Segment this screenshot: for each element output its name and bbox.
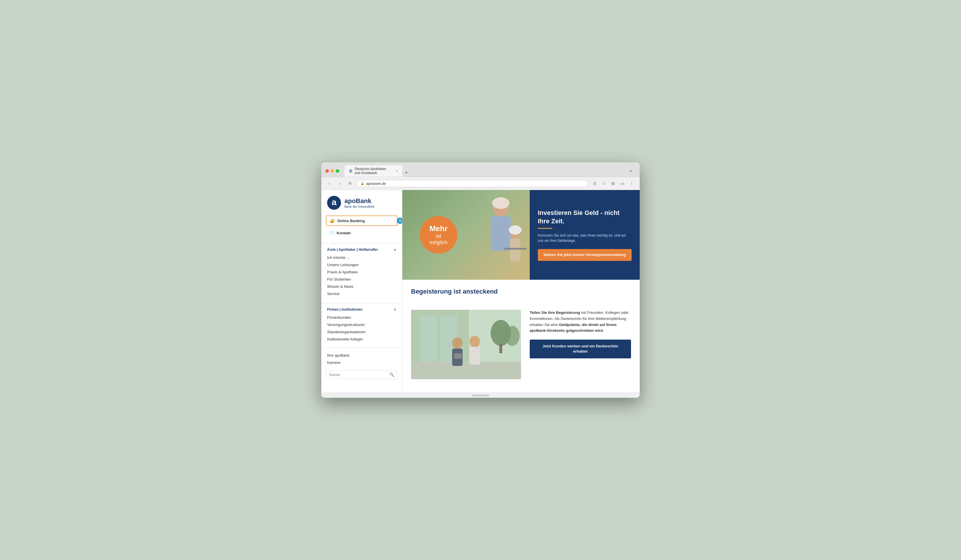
menu-button[interactable]: ⋮ [628, 179, 636, 188]
tab-favicon: 🏦 [349, 169, 353, 173]
new-tab-button[interactable]: + [402, 168, 410, 177]
begeisterung-people-svg [411, 310, 521, 379]
svg-rect-6 [510, 239, 521, 262]
close-button[interactable] [325, 169, 329, 173]
svg-rect-8 [504, 248, 527, 250]
sidebar-item-firmenkunden[interactable]: Firmenkunden [321, 314, 402, 321]
hero-circle-text2: möglich [429, 239, 447, 246]
hero-circle-bold: Mehr [429, 224, 447, 233]
sidebar-item-versorgungsstrukturen[interactable]: Versorgungsstrukturen [321, 321, 402, 328]
begeisterung-section: Teilen Sie Ihre Begeisterung mit Freunde… [402, 301, 640, 388]
sidebar-item-karriere[interactable]: Karriere [321, 359, 402, 366]
bookmark-button[interactable]: ☆ [600, 179, 608, 188]
sidebar: a apoBank Bank der Gesundheit 🔐 Online B… [321, 190, 402, 393]
search-icon[interactable]: 🔍 [389, 372, 394, 377]
sidebar-item-praxis-apotheke[interactable]: Praxis & Apotheke [321, 268, 402, 276]
logo-subtitle: Bank der Gesundheit [344, 205, 374, 208]
browser-content: a apoBank Bank der Gesundheit 🔐 Online B… [321, 190, 640, 393]
active-tab[interactable]: 🏦 Deutsche Apotheker- und Ärztebank × [344, 165, 402, 177]
tab-close-button[interactable]: × [395, 169, 398, 173]
svg-point-14 [452, 337, 463, 349]
svg-rect-17 [469, 347, 480, 365]
minimize-button[interactable] [331, 169, 334, 173]
sidebar-item-fuer-studenten[interactable]: Für Studenten [321, 276, 402, 283]
main-content: Mehr ist möglich [402, 190, 640, 393]
apobank-logo-icon: a [327, 196, 341, 210]
svg-rect-4 [491, 216, 511, 251]
back-button[interactable]: ‹ [325, 179, 333, 188]
forward-button[interactable]: › [336, 179, 344, 188]
sidebar-toggle-button[interactable]: ▭ [618, 179, 627, 188]
browser-titlebar: 🏦 Deutsche Apotheker- und Ärztebank × + … [321, 162, 640, 177]
sidebar-item-ich-moechte[interactable]: Ich möchte ... [321, 254, 402, 261]
chevron-up-icon-aerzte: ∧ [394, 248, 396, 252]
sidebar-section-aerzte: Ärzte | Apotheker | Heilberufler ∧ Ich m… [321, 243, 402, 297]
envelope-icon: ✉️ [329, 231, 334, 235]
hero-circle: Mehr ist möglich [420, 216, 457, 254]
svg-point-21 [505, 326, 519, 346]
begeisterung-title: Begeisterung ist ansteckend [411, 288, 631, 295]
section-title-aerzte: Ärzte | Apotheker | Heilberufler [327, 248, 378, 252]
sidebar-item-standesorganisationen[interactable]: Standesorganisationen [321, 328, 402, 335]
sidebar-section-firmen: Firmen | Institutionen ∧ Firmenkunden Ve… [321, 303, 402, 343]
search-input[interactable] [329, 372, 387, 377]
svg-rect-20 [499, 345, 502, 353]
browser-tabs: 🏦 Deutsche Apotheker- und Ärztebank × + [344, 165, 627, 177]
hero-blue-box: Investieren Sie Geld - nicht Ihre Zeit. … [530, 190, 640, 280]
chevron-up-icon-firmen: ∧ [394, 308, 396, 311]
toolbar-actions: ⎙ ☆ ⧉ ▭ ⋮ [590, 179, 636, 188]
window-scrollbar [321, 393, 640, 398]
svg-point-7 [509, 225, 522, 234]
logo-text: apoBank Bank der Gesundheit [344, 197, 374, 208]
referral-cta-button[interactable]: Jetzt Kunden werben und ein Dankeschön e… [530, 340, 631, 358]
begeisterung-image [411, 310, 521, 379]
hero-section: Mehr ist möglich [402, 190, 640, 280]
logo-name: apoBank [344, 197, 374, 205]
begeisterung-text-area: Teilen Sie Ihre Begeisterung mit Freunde… [530, 310, 631, 379]
scroll-indicator [472, 395, 489, 396]
svg-rect-11 [420, 316, 437, 367]
url-text: apobank.de [366, 181, 386, 186]
kontakt-button[interactable]: ✉️ Kontakt [326, 228, 397, 237]
begeisterung-paragraph: Teilen Sie Ihre Begeisterung mit Freunde… [530, 310, 631, 334]
sidebar-item-institutionelle-anleger[interactable]: Institutionelle Anleger [321, 335, 402, 343]
hero-heading: Investieren Sie Geld - nicht Ihre Zeit. [538, 209, 632, 225]
sidebar-item-service[interactable]: Service [321, 290, 402, 297]
sidebar-item-unsere-leistungen[interactable]: Unsere Leistungen [321, 261, 402, 268]
reload-button[interactable]: ↻ [346, 179, 354, 188]
begeisterung-wrapper: Begeisterung ist ansteckend [402, 280, 640, 393]
svg-text:a: a [332, 197, 337, 207]
browser-window: 🏦 Deutsche Apotheker- und Ärztebank × + … [321, 162, 640, 398]
lock-person-icon: 🔐 [330, 218, 335, 223]
address-bar[interactable]: 🔒 apobank.de [357, 180, 588, 187]
traffic-lights [325, 169, 339, 173]
hero-circle-text: ist [436, 233, 441, 239]
section-title-firmen: Firmen | Institutionen [327, 308, 362, 311]
hero-divider [538, 228, 552, 229]
online-banking-label: Online Banking [337, 219, 365, 223]
sidebar-search[interactable]: 🔍 [326, 370, 397, 379]
section-header-firmen[interactable]: Firmen | Institutionen ∧ [321, 308, 402, 314]
sidebar-item-wissen-news[interactable]: Wissen & News [321, 283, 402, 290]
section-header-aerzte[interactable]: Ärzte | Apotheker | Heilberufler ∧ [321, 248, 402, 254]
share-button[interactable]: ⎙ [590, 179, 599, 188]
sidebar-standalone: Ihre apoBank Karriere [321, 347, 402, 366]
maximize-button[interactable] [336, 169, 339, 173]
svg-rect-18 [454, 353, 462, 359]
svg-point-16 [469, 336, 480, 347]
lock-icon: 🔒 [360, 182, 365, 185]
notification-badge: 1 [397, 218, 402, 224]
begeisterung-bold1: Teilen Sie Ihre Begeisterung [530, 310, 580, 315]
hero-body: Kümmern Sie sich um das, was Ihnen wicht… [538, 233, 632, 243]
tab-title: Deutsche Apotheker- und Ärztebank [355, 167, 394, 175]
logo-area: a apoBank Bank der Gesundheit [321, 196, 402, 215]
svg-point-3 [492, 197, 509, 209]
browser-toolbar: ‹ › ↻ 🔒 apobank.de ⎙ ☆ ⧉ ▭ ⋮ [321, 177, 640, 190]
online-banking-button[interactable]: 🔐 Online Banking 1 [326, 215, 397, 226]
kontakt-label: Kontakt [337, 231, 350, 235]
hero-cta-button[interactable]: Nutzen Sie jetzt unsere Vermögensverwalt… [538, 249, 632, 261]
extensions-button[interactable]: ⧉ [609, 179, 617, 188]
svg-rect-13 [411, 362, 521, 379]
sidebar-item-ihre-apobank[interactable]: Ihre apoBank [321, 352, 402, 359]
begeisterung-title-area: Begeisterung ist ansteckend [402, 280, 640, 295]
